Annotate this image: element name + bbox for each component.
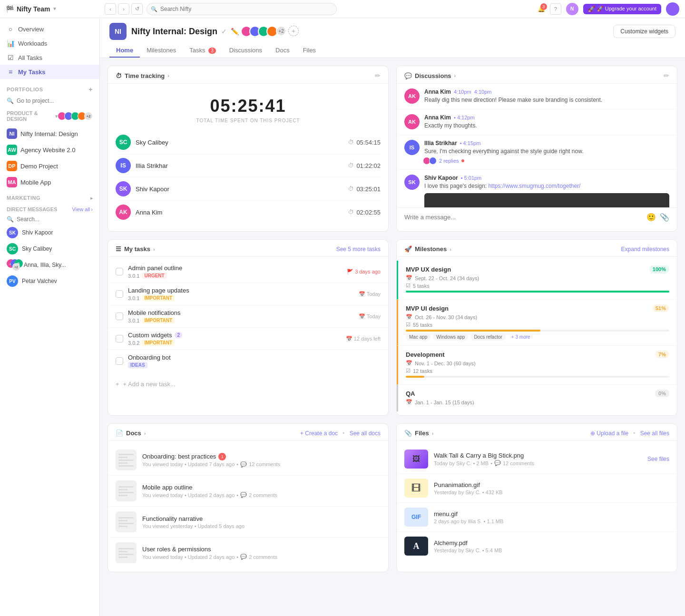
my-tasks-header: ☰ My tasks › See 5 more tasks [108,240,388,257]
disc-message-input[interactable] [404,214,643,221]
dm-item-shiv[interactable]: SK Shiv Kapoor [0,225,99,241]
project-badge-mobile: MA [7,177,17,187]
emoji-icon[interactable]: 🙂 [646,213,656,222]
task-checkbox-1[interactable] [116,268,123,275]
customize-widgets-button[interactable]: Customize widgets [613,25,675,38]
tab-files[interactable]: Files [296,44,323,58]
project-item-demo[interactable]: DP Demo Project [0,158,99,174]
see-more-tasks-link[interactable]: See 5 more tasks [336,246,381,253]
app-logo[interactable]: 🏁 Nifty Team ▾ [6,5,101,13]
search-input[interactable] [147,3,337,15]
tab-discussions[interactable]: Discussions [223,44,269,58]
dm-view-all[interactable]: View all › [72,206,93,212]
time-name-anna: Anna Kim [136,209,162,216]
see-files-link[interactable]: See files [647,456,669,462]
add-member-button[interactable]: + [288,26,299,36]
task-checkbox-3[interactable] [116,313,123,320]
forward-button[interactable]: › [118,3,129,15]
reply-count[interactable]: 2 replies [439,158,459,164]
doc-thumb-1 [116,450,137,470]
dm-item-group[interactable]: A I S +2 Anna, Illia, Sky... [0,257,99,273]
tab-milestones[interactable]: Milestones [140,44,183,58]
dm-group-extra: +2 [12,263,20,271]
dm-name-sky: Sky Calibey [22,245,52,252]
clock-icon-4: ⏱ [348,209,354,215]
project-item-mobile-app[interactable]: MA Mobile App [0,174,99,190]
project-item-agency-website[interactable]: AW Agency Website 2.0 [0,142,99,158]
sidebar-item-my-tasks[interactable]: ≡ My Tasks [0,65,99,79]
notification-bell[interactable]: 🔔 3 [538,5,545,12]
sidebar-item-workloads[interactable]: 📊 Workloads [0,36,99,50]
portfolios-section: PORTFOLIOS + [0,81,99,95]
chat-icon-2: 💬 [240,492,247,498]
content-area: NI Nifty Internal: Design ✓ ✏️ +2 + Cust… [100,18,685,616]
dm-name-group: Anna, Illia, Sky... [24,262,66,268]
doc-meta-2: You viewed today • Updated 2 days ago • … [142,492,381,498]
disc-name-illia: Illia Strikhar [424,140,457,147]
discussion-msg-1: AK Anna Kim 4:10pm 4:10pm Really dig thi… [397,84,677,109]
docs-widget: 📄 Docs › + Create a doc • See all docs [108,423,389,572]
task-checkbox-4[interactable] [116,335,123,342]
doc-item-1: Onboarding: best practices 1 You viewed … [108,445,388,476]
tab-home[interactable]: Home [109,44,140,58]
docs-title: 📄 Docs › [116,430,146,437]
my-tasks-arrow: › [153,246,155,252]
expand-milestones-link[interactable]: Expand milestones [621,246,669,253]
discussion-msg-3: IS Illia Strikhar • 4:15pm Sure, I'm che… [397,135,677,170]
time-entry-illia: IS Illia Strikhar ⏱ 01:22:02 [116,154,381,177]
project-item-nifty-internal[interactable]: NI Nifty Internal: Design [0,126,99,142]
project-icon: NI [109,23,127,40]
create-doc-link[interactable]: + Create a doc [300,430,338,437]
sidebar-item-all-tasks[interactable]: ☑ All Tasks [0,50,99,65]
milestone-progress-3 [406,376,669,378]
file-meta-3: 2 days ago by Illia S. • 1.1 MB [434,518,669,524]
see-all-files-link[interactable]: See all files [640,430,669,437]
tasks-icon-m2: ☑ [406,322,411,328]
disc-name-shiv: Shiv Kapoor [424,175,458,181]
disc-input-icons: 🙂 📎 [646,213,669,222]
dm-item-sky[interactable]: SC Sky Calibey [0,241,99,257]
search-wrap: 🔍 [147,3,337,15]
help-button[interactable]: ? [550,3,561,15]
see-all-docs-link[interactable]: See all docs [350,430,381,437]
back-button[interactable]: ‹ [105,3,116,15]
refresh-button[interactable]: ↺ [131,3,143,15]
files-widget: 📎 Files › ⊕ Upload a file • See all file… [396,423,677,572]
task-checkbox-5[interactable] [116,357,123,365]
add-task-row[interactable]: + + Add a new task... [108,376,388,392]
product-design-section: PRODUCT & DESIGN ▾ +2 [0,107,99,126]
doc-thumb-2 [116,480,137,501]
current-user-avatar[interactable] [666,2,679,16]
doc-item-2: Mobile app outline You viewed today • Up… [108,476,388,507]
portfolios-add-button[interactable]: + [88,86,93,93]
disc-avatar-anna1: AK [404,88,420,104]
time-avatar-shiv: SK [116,181,131,196]
dm-item-petar[interactable]: PV Petar Valchev [0,273,99,289]
time-tracking-edit-icon[interactable]: ✏ [375,72,381,79]
task-meta-3: 3.0.1 IMPORTANT [128,317,354,323]
milestone-progress-2 [406,330,669,332]
file-name-1: Walk Tall & Carry a Big Stick.png [434,452,642,459]
upload-file-link[interactable]: ⊕ Upload a file [590,430,628,437]
dm-search-input[interactable] [17,216,93,223]
task-meta-4: 3.0.2 IMPORTANT [128,340,341,346]
milestone-item-4: QA 0% 📅 Jan. 1 - Jan. 15 (15 days) [397,385,677,411]
edit-icon[interactable]: ✏️ [231,28,239,35]
milestone-progress-1 [406,291,669,293]
sidebar-item-overview[interactable]: ○ Overview [0,22,99,36]
milestone-item-3: Development 7% 📅 Nov. 1 - Dec. 30 (60 da… [397,346,677,385]
discussions-edit-icon[interactable]: ✏ [664,72,669,79]
attachment-icon[interactable]: 📎 [660,213,669,222]
task-name-4: Custom widgets 2 [128,332,341,339]
disc-link[interactable]: https://www.smugmug.com/together/ [488,183,580,189]
upgrade-button[interactable]: 🚀 🚀 Upgrade your account [583,4,661,14]
portfolio-search-input[interactable] [17,98,93,104]
milestone-progress-bar-3 [406,376,424,378]
tab-docs[interactable]: Docs [269,44,296,58]
product-design-header[interactable]: PRODUCT & DESIGN ▾ +2 [7,108,93,124]
disc-time-1v: 4:10pm [474,89,492,95]
all-tasks-icon: ☑ [7,54,14,61]
tab-tasks[interactable]: Tasks 3 [183,44,222,58]
task-checkbox-2[interactable] [116,290,123,298]
milestone-tag-mac: Mac app [406,333,431,341]
